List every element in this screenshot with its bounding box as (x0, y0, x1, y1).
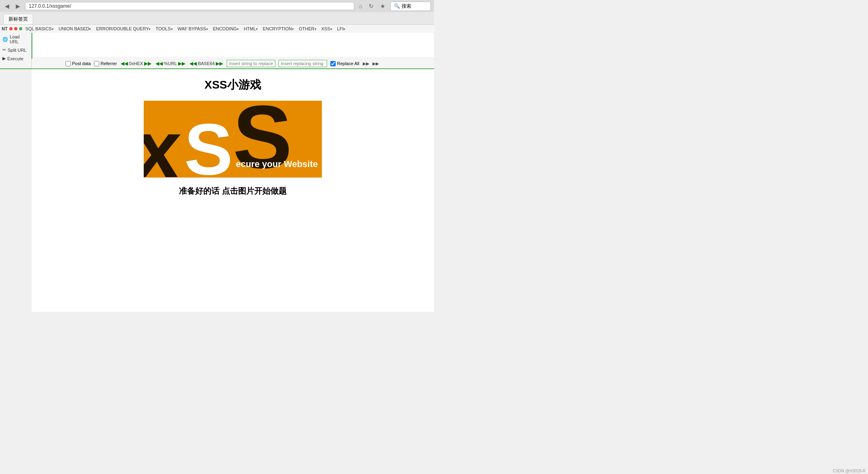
menu-tools[interactable]: TOOLS▾ (154, 25, 174, 32)
search-bar[interactable]: 🔍 搜索 (390, 2, 431, 11)
tab-label: 新标签页 (9, 16, 28, 22)
url-bar[interactable]: 127.0.0.1/xssgame/ (25, 2, 354, 10)
dot-red2 (14, 27, 17, 30)
referrer-checkbox-label[interactable]: Referrer (94, 61, 117, 66)
refresh-button[interactable]: ↻ (367, 2, 375, 10)
hackbar-url-wrapper: 🌐 Load URL ✂ Split URL ▶ Execute Post da… (0, 33, 434, 68)
xss-x-letter: x (144, 109, 184, 178)
page-title: XSS小游戏 (40, 77, 426, 93)
menu-other[interactable]: OTHER▾ (297, 25, 318, 32)
base64-encode-group: ◀◀ BASE64 ▶▶ (189, 60, 224, 67)
split-url-icon: ✂ (2, 47, 6, 53)
browser-titlebar: ◀ ▶ 127.0.0.1/xssgame/ ⌂ ↻ ★ 🔍 搜索 (0, 0, 434, 12)
xss-banner: x S S ecure your Website (144, 101, 322, 178)
browser-chrome: ◀ ▶ 127.0.0.1/xssgame/ ⌂ ↻ ★ 🔍 搜索 新标签页 (0, 0, 434, 25)
hackbar-sidebar: 🌐 Load URL ✂ Split URL ▶ Execute (0, 33, 32, 68)
menu-error-double-query[interactable]: ERROR/DOUBLE QUERY▾ (94, 25, 152, 32)
execute-button[interactable]: ▶ Execute (0, 54, 31, 63)
menu-lfi[interactable]: LFI▾ (336, 25, 347, 32)
hackbar: NT SQL BASICS▾ UNION BASED▾ ERROR/DOUBLE… (0, 25, 434, 69)
hex-decode-btn[interactable]: ◀◀ (120, 60, 128, 67)
xss-s-white-letter: S (184, 113, 233, 178)
forward-button[interactable]: ▶ (14, 2, 22, 10)
main-content: XSS小游戏 x S S ecure your Website 准备好的话 点击… (32, 69, 434, 312)
hackbar-label: NT (2, 26, 8, 31)
hackbar-menu-row: NT SQL BASICS▾ UNION BASED▾ ERROR/DOUBLE… (0, 25, 434, 33)
execute-icon: ▶ (2, 56, 6, 61)
search-icon: 🔍 (394, 3, 400, 9)
active-tab[interactable]: 新标签页 (3, 14, 33, 24)
replace-arrow-btn[interactable]: ▶▶ (363, 61, 369, 66)
referrer-checkbox[interactable] (94, 61, 99, 66)
hackbar-options-row: Post data Referrer ◀◀ 0xHEX ▶▶ ◀◀ %URL ▶… (63, 59, 434, 68)
page-subtitle: 准备好的话 点击图片开始做题 (40, 186, 426, 197)
browser-tabs: 新标签页 (0, 12, 434, 24)
insert-replacing-input[interactable] (279, 60, 327, 67)
hackbar-right-panel: Post data Referrer ◀◀ 0xHEX ▶▶ ◀◀ %URL ▶… (32, 33, 434, 68)
back-button[interactable]: ◀ (3, 2, 11, 10)
dot-green (19, 27, 22, 30)
xss-art: x S S ecure your Website (144, 101, 322, 178)
dot-red (9, 27, 13, 30)
split-url-button[interactable]: ✂ Split URL (0, 46, 31, 54)
url-input[interactable] (32, 33, 434, 57)
insert-string-input[interactable] (227, 60, 275, 67)
menu-waf-bypass[interactable]: WAF BYPASS▾ (176, 25, 210, 32)
hex-encode-group: ◀◀ 0xHEX ▶▶ (120, 60, 152, 67)
url-encode-btn[interactable]: ▶▶ (178, 60, 186, 67)
home-button[interactable]: ⌂ (357, 2, 364, 10)
post-data-checkbox-label[interactable]: Post data (66, 61, 91, 66)
hex-encode-btn[interactable]: ▶▶ (144, 60, 152, 67)
load-url-icon: 🌐 (2, 37, 8, 42)
replace-all-checkbox-label[interactable]: Replace All (330, 61, 359, 66)
menu-xss[interactable]: XSS▾ (320, 25, 334, 32)
menu-encryption[interactable]: ENCRYPTION▾ (261, 25, 296, 32)
menu-union-based[interactable]: UNION BASED▾ (57, 25, 93, 32)
menu-encoding[interactable]: ENCODING▾ (211, 25, 240, 32)
base64-decode-btn[interactable]: ◀◀ (189, 60, 197, 67)
post-data-checkbox[interactable] (66, 61, 71, 66)
replace-action-btn[interactable]: ▶▶ (372, 61, 379, 66)
url-encode-group: ◀◀ %URL ▶▶ (155, 60, 186, 67)
menu-html[interactable]: HTML▾ (242, 25, 260, 32)
replace-all-checkbox[interactable] (330, 61, 336, 66)
url-text: 127.0.0.1/xssgame/ (29, 3, 71, 9)
base64-encode-btn[interactable]: ▶▶ (215, 60, 223, 67)
url-decode-btn[interactable]: ◀◀ (155, 60, 163, 67)
bookmark-button[interactable]: ★ (379, 2, 387, 10)
xss-tagline: ecure your Website (236, 159, 318, 169)
url-input-wrapper (32, 33, 434, 59)
load-url-button[interactable]: 🌐 Load URL (0, 33, 31, 46)
xss-image-link[interactable]: x S S ecure your Website (144, 101, 322, 178)
menu-sql-basics[interactable]: SQL BASICS▾ (24, 25, 55, 32)
search-label: 搜索 (402, 3, 411, 10)
